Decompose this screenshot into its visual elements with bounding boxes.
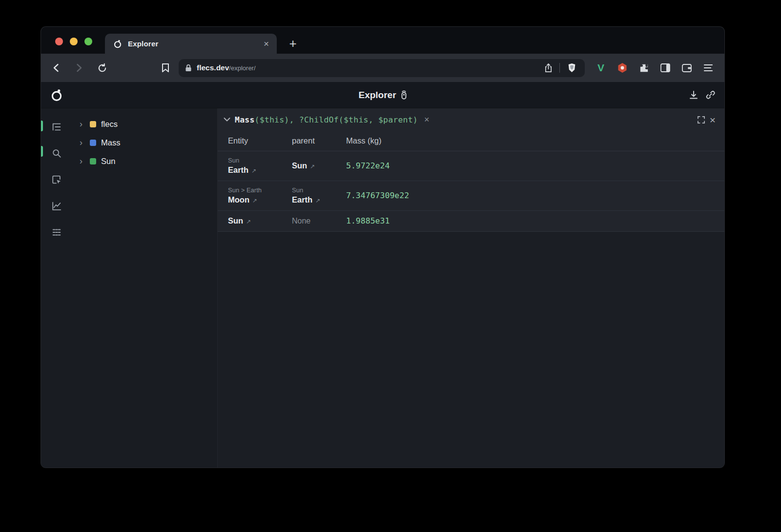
share-icon[interactable] [542,60,555,76]
secure-lock-icon [185,64,192,72]
download-icon[interactable] [689,90,699,100]
parent-name: Sun [292,161,307,170]
page-title: Explorer [358,90,396,101]
connection-status-icon [401,90,407,100]
column-header: Entity [228,136,292,145]
menu-icon[interactable] [699,60,718,76]
query-segment: Mass [235,115,255,124]
query-expression[interactable]: Mass($this), ?ChildOf($this, $parent) [235,115,418,124]
tab-title: Explorer [128,40,258,48]
tab-close-icon[interactable]: × [264,39,269,48]
goto-entity-icon: ↗ [251,167,256,174]
entity-link[interactable]: Earth↗ [228,165,292,175]
brave-shields-icon[interactable] [565,60,578,76]
back-button[interactable] [48,60,64,76]
explorer-header: Explorer [41,82,724,108]
new-tab-button[interactable]: + [284,35,302,52]
entity-tree-panel: ›flecs›Mass›Sun [72,108,217,468]
url-domain: flecs.dev [197,63,229,72]
goto-entity-icon: ↗ [252,197,257,204]
tree-view-icon[interactable] [50,121,63,133]
result-table-header: EntityparentMass (kg) [218,131,724,151]
tab-strip: Explorer × + [41,27,724,54]
table-row: Sun↗None1.9885e31 [218,211,724,232]
tree-item-flecs[interactable]: ›flecs [80,115,217,133]
browser-toolbar: flecs.dev/explorer/ V [41,54,724,82]
forward-button[interactable] [71,60,87,76]
expand-chevron-icon[interactable]: › [80,138,85,147]
traffic-lights [55,38,92,45]
parent-name: Earth [292,195,312,205]
query-panel: Mass($this), ?ChildOf($this, $parent) × … [218,108,724,232]
flecs-favicon [113,39,123,49]
extensions-group: V [592,60,718,76]
table-row: SunEarth↗Sun↗5.9722e24 [218,151,724,181]
browser-window: Explorer × + [41,27,724,468]
hexagon-extension-icon[interactable] [613,60,632,76]
tree-item-label: Mass [101,138,120,147]
chart-icon[interactable] [50,200,63,212]
url-text: flecs.dev/explorer/ [197,63,537,72]
entity-link[interactable]: Sun↗ [228,216,292,225]
expand-chevron-icon[interactable]: › [80,120,85,128]
search-icon[interactable] [50,147,63,160]
query-area: Mass($this), ?ChildOf($this, $parent) × … [217,108,724,468]
chevron-down-icon[interactable] [224,117,230,122]
entity-path: Sun [228,157,292,164]
bookmark-icon[interactable] [157,60,174,76]
left-icon-rail [41,108,72,468]
entity-name: Moon [228,195,249,205]
tree-item-mass[interactable]: ›Mass [80,133,217,152]
rail-active-indicator [41,146,43,157]
parent-link[interactable]: Sun↗ [292,161,346,170]
rail-active-indicator [41,121,43,131]
link-icon[interactable] [705,90,716,100]
query-clear-icon[interactable]: × [424,115,430,125]
query-segment: ?ChildOf [299,115,339,124]
screenshot-stage: Explorer × + [0,0,781,532]
url-path: /explorer/ [229,64,255,72]
tree-item-label: Sun [101,157,115,166]
inspect-icon[interactable] [50,173,63,186]
sidebar-toggle-icon[interactable] [656,60,675,76]
reload-button[interactable] [94,60,110,76]
browser-tab-explorer[interactable]: Explorer × [105,34,277,54]
url-divider [559,63,560,73]
entity-color-swatch [90,140,96,146]
wallet-icon[interactable] [678,60,696,76]
entity-link[interactable]: Moon↗ [228,195,292,205]
column-header: parent [292,136,346,145]
mass-value: 7.34767309e22 [346,191,724,200]
close-window-button[interactable] [55,38,63,45]
address-bar[interactable]: flecs.dev/explorer/ [179,59,585,77]
parent-link[interactable]: Earth↗ [292,195,346,205]
tree-item-label: flecs [101,120,118,129]
memory-icon[interactable] [50,226,63,239]
goto-entity-icon: ↗ [246,218,251,225]
zoom-window-button[interactable] [84,38,92,45]
close-panel-icon[interactable]: × [710,115,716,125]
vue-devtools-icon[interactable]: V [592,60,610,76]
entity-path: Sun > Earth [228,186,292,194]
app-body: ›flecs›Mass›Sun Mass($this), ?ChildOf($t… [41,108,724,468]
extensions-puzzle-icon[interactable] [635,60,653,76]
entity-name: Earth [228,165,248,175]
goto-entity-icon: ↗ [310,163,315,170]
fullscreen-icon[interactable] [697,116,705,124]
mass-value: 5.9722e24 [346,161,724,170]
column-header: Mass (kg) [346,136,724,145]
entity-color-swatch [90,158,96,164]
result-table-body: SunEarth↗Sun↗5.9722e24Sun > EarthMoon↗Su… [218,151,724,232]
parent-value: None [292,217,346,225]
goto-entity-icon: ↗ [315,197,320,204]
minimize-window-button[interactable] [70,38,78,45]
tree-item-sun[interactable]: ›Sun [80,152,217,170]
query-header: Mass($this), ?ChildOf($this, $parent) × … [218,108,724,131]
table-row: Sun > EarthMoon↗SunEarth↗7.34767309e22 [218,181,724,211]
flecs-logo [50,88,63,102]
expand-chevron-icon[interactable]: › [80,157,85,165]
entity-color-swatch [90,121,96,127]
parent-path: Sun [292,186,346,194]
query-segment: ($this, $parent) [339,115,418,124]
mass-value: 1.9885e31 [346,216,724,225]
